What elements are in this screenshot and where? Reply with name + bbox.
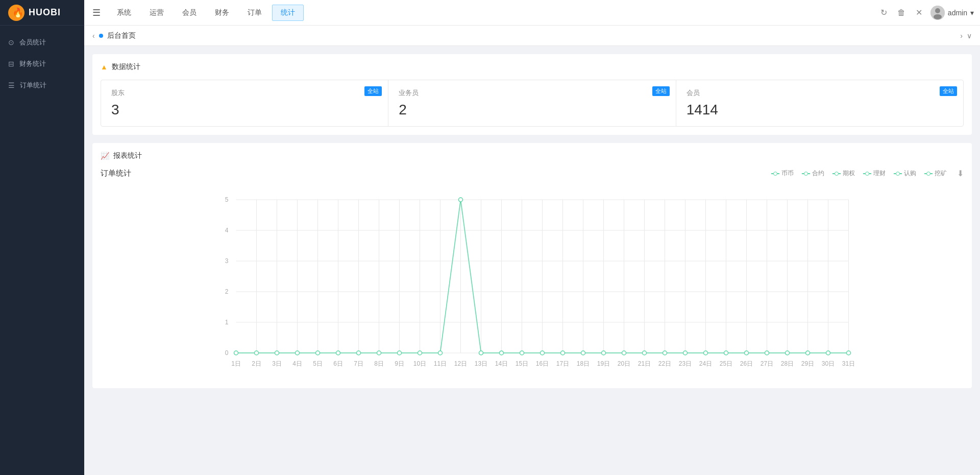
svg-text:2日: 2日 [252,360,261,367]
legend-label-finance: 理财 [873,169,886,178]
svg-text:25日: 25日 [720,360,732,367]
chart-point-d24 [724,351,728,355]
chart-point-d11-base [438,351,443,355]
chart-point-d30 [847,351,851,355]
stat-value-agents: 2 [399,102,665,118]
svg-text:30日: 30日 [822,360,835,367]
breadcrumb-back-arrow[interactable]: ‹ [92,32,95,40]
chart-point-d25 [745,351,749,355]
svg-text:5: 5 [225,196,229,203]
chart-point-d9 [398,351,402,355]
svg-text:🔥: 🔥 [12,7,24,18]
stat-value-members: 1414 [687,102,953,118]
svg-text:24日: 24日 [699,360,712,367]
sidebar-logo: 🔥 HUOBI [0,0,84,26]
tab-orders[interactable]: 订单 [239,5,270,20]
avatar-image [930,6,945,20]
chart-point-d26 [765,351,769,355]
user-dropdown-icon: ▾ [970,9,974,17]
tab-system[interactable]: 系统 [109,5,139,20]
topnav-right: ↻ 🗑 ✕ admin ▾ [878,6,974,20]
sidebar-item-order-stats[interactable]: ☰ 订单统计 [0,75,84,96]
chart-section: 📈 报表统计 订单统计 币币 合约 [92,143,972,388]
chart-point-d21 [663,351,667,355]
huobi-logo-icon: 🔥 [8,5,24,21]
chart-stats-title: 报表统计 [113,151,142,160]
sidebar-item-label-order-stats: 订单统计 [20,81,46,90]
legend-dot-mining [924,173,933,174]
topnav-tabs: 系统 运营 会员 财务 订单 统计 [109,5,878,21]
chart-point-d28 [806,351,810,355]
legend-label-mining: 挖矿 [935,169,947,178]
delete-icon[interactable]: 🗑 [895,6,908,19]
chart-point-d23 [704,351,708,355]
download-chart-button[interactable]: ⬇ [957,169,964,178]
legend-mining: 挖矿 [924,169,947,178]
svg-text:5日: 5日 [313,360,323,367]
chart-point-d16 [561,351,565,355]
chart-point-d5 [316,351,320,355]
tab-finance[interactable]: 财务 [207,5,237,20]
chart-point-d22 [683,351,688,355]
legend-dot-finance [863,173,871,174]
tab-members[interactable]: 会员 [174,5,205,20]
svg-text:8日: 8日 [374,360,384,367]
svg-text:29日: 29日 [801,360,814,367]
svg-text:0: 0 [225,349,229,357]
breadcrumb-text: 后台首页 [107,31,136,40]
tab-stats[interactable]: 统计 [272,5,304,21]
svg-text:14日: 14日 [495,360,508,367]
chart-point-d20 [643,351,647,355]
svg-text:17日: 17日 [556,360,569,367]
chart-header: 订单统计 币币 合约 期权 [101,169,964,178]
stat-badge-shareholders[interactable]: 全站 [364,86,382,96]
svg-text:19日: 19日 [597,360,610,367]
stat-label-agents: 业务员 [399,88,665,98]
sidebar-item-finance-stats[interactable]: ⊟ 财务统计 [0,53,84,75]
order-stats-icon: ☰ [8,81,15,89]
stat-badge-members[interactable]: 全站 [940,86,957,96]
svg-text:18日: 18日 [577,360,590,367]
legend-contract: 合约 [802,169,824,178]
topnav: ☰ 系统 运营 会员 财务 订单 统计 ↻ 🗑 ✕ admin [84,0,980,26]
legend-options: 期权 [832,169,855,178]
breadcrumb-forward-arrow[interactable]: › [960,32,963,40]
sidebar: 🔥 HUOBI ⊙ 会员统计 ⊟ 财务统计 ☰ 订单统计 [0,0,84,475]
svg-text:13日: 13日 [475,360,487,367]
breadcrumb-expand-arrow[interactable]: ∨ [967,32,972,40]
stat-label-members: 会员 [687,88,953,98]
svg-point-3 [935,8,940,13]
svg-text:10日: 10日 [413,360,426,367]
chart-title: 订单统计 [101,169,131,178]
legend-label-subscription: 认购 [904,169,916,178]
refresh-icon[interactable]: ↻ [878,6,889,19]
chart-point-d19 [622,351,626,355]
svg-text:7日: 7日 [354,360,363,367]
svg-text:21日: 21日 [638,360,651,367]
chart-point-d3 [275,351,279,355]
svg-text:28日: 28日 [781,360,794,367]
legend-dot-subscription [894,173,902,174]
stat-badge-agents[interactable]: 全站 [652,86,670,96]
svg-text:9日: 9日 [395,360,404,367]
chart-point-d4 [296,351,300,355]
svg-text:1日: 1日 [231,360,241,367]
user-menu[interactable]: admin ▾ [930,6,974,20]
chart-point-d7 [357,351,361,355]
svg-text:20日: 20日 [618,360,630,367]
svg-text:6日: 6日 [333,360,343,367]
hamburger-menu-icon[interactable]: ☰ [90,5,103,20]
chart-point-d13 [500,351,504,355]
data-stats-section: ▲ 数据统计 股东 3 全站 业务员 2 全站 会员 1414 全站 [92,54,972,135]
chart-point-d29 [826,351,830,355]
svg-text:22日: 22日 [658,360,671,367]
close-icon[interactable]: ✕ [914,6,924,19]
chart-point-d6 [336,351,340,355]
stat-card-members: 会员 1414 全站 [676,80,963,126]
order-stats-chart: .grid-line { stroke: #e8e8e8; stroke-wid… [101,184,964,378]
tab-operations[interactable]: 运营 [141,5,172,20]
chart-container: .grid-line { stroke: #e8e8e8; stroke-wid… [101,184,964,380]
chart-legend-area: 币币 合约 期权 理财 [771,169,964,178]
sidebar-item-member-stats[interactable]: ⊙ 会员统计 [0,32,84,53]
chart-point-d15 [541,351,545,355]
